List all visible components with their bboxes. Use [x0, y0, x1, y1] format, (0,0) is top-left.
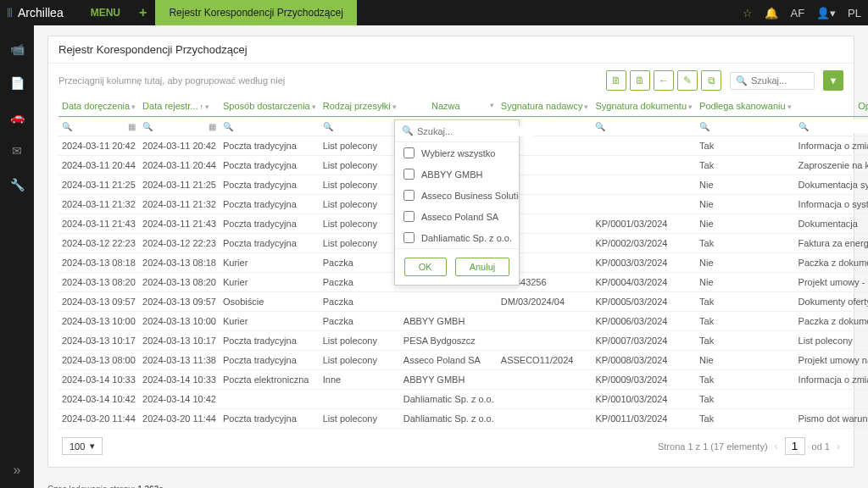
lang-switch[interactable]: PL	[848, 7, 861, 19]
car-icon[interactable]: 🚗	[10, 110, 25, 124]
page-input[interactable]	[785, 437, 805, 455]
user-badge[interactable]: AF	[790, 7, 804, 19]
table-row[interactable]: 2024-03-13 08:002024-03-13 11:38Poczta t…	[58, 351, 868, 370]
search-icon: 🔍	[62, 122, 72, 131]
filter-scan[interactable]	[713, 119, 792, 133]
menu-button[interactable]: MENU	[81, 7, 131, 19]
user-icon[interactable]: 👤▾	[816, 7, 836, 19]
checkbox[interactable]	[403, 190, 415, 201]
filter-icon[interactable]: ▾	[392, 103, 397, 111]
global-search[interactable]: 🔍	[730, 72, 815, 90]
table-row[interactable]: 2024-03-13 10:172024-03-13 10:17Poczta t…	[58, 331, 868, 351]
filter-option[interactable]: ABBYY GMBH	[395, 164, 519, 185]
cell: Paczka z dokumentami	[795, 253, 868, 273]
checkbox[interactable]	[403, 232, 415, 243]
cell: 2024-03-11 20:42	[58, 136, 139, 156]
col-delivery-date[interactable]: Data doręczenia▾	[58, 96, 139, 117]
table-row[interactable]: 2024-03-14 10:332024-03-14 10:33Poczta e…	[58, 370, 868, 390]
filter-doc-sig[interactable]	[609, 119, 693, 133]
cell: Poczta tradycyjna	[220, 175, 320, 195]
col-type[interactable]: Rodzaj przesyłki▾	[320, 96, 400, 117]
table-row[interactable]: 2024-03-14 10:422024-03-14 10:42Dahliama…	[58, 390, 868, 409]
filter-icon[interactable]: ▾	[205, 103, 209, 111]
wrench-icon[interactable]: 🔧	[10, 178, 25, 191]
add-button[interactable]: +	[131, 5, 155, 20]
calendar-icon[interactable]: ▦	[209, 122, 216, 131]
col-name[interactable]: Nazwa▾	[400, 96, 498, 117]
video-icon[interactable]: 📹	[10, 42, 25, 56]
filter-toggle[interactable]: ▼	[823, 70, 843, 91]
back-button[interactable]: ←	[654, 70, 674, 91]
filter-option[interactable]: Asseco Business Solutions Sp ...	[395, 185, 519, 206]
copy-button[interactable]: ⧉	[701, 70, 721, 91]
col-scan[interactable]: Podlega skanowaniu▾	[696, 96, 795, 117]
filter-icon[interactable]: ▾	[584, 103, 588, 111]
cell: 2024-03-14 10:42	[139, 390, 220, 409]
cell	[498, 370, 593, 390]
filter-register-date[interactable]	[156, 119, 205, 133]
global-search-input[interactable]	[751, 75, 810, 86]
cell: Asseco Poland SA	[400, 351, 498, 370]
filter-method[interactable]	[236, 119, 316, 133]
cell: 2024-03-20 11:44	[139, 409, 220, 429]
cell: List polecony	[320, 409, 400, 429]
option-label: Wybierz wszystko	[421, 148, 495, 158]
panel-title: Rejestr Korespondencji Przychodzącej	[48, 36, 854, 64]
expand-icon[interactable]: »	[14, 463, 21, 478]
cell: List polecony	[320, 156, 400, 175]
cell: Dahliamatic Sp. z o.o.	[400, 390, 498, 409]
star-icon[interactable]: ☆	[743, 7, 753, 19]
topbar-right: ☆ 🔔 AF 👤▾ PL	[743, 7, 861, 19]
tab-active[interactable]: Rejestr Korespondencji Przychodzącej	[155, 0, 356, 25]
table-row[interactable]: 2024-03-13 10:002024-03-13 10:00KurierPa…	[58, 312, 868, 331]
cell	[498, 409, 593, 429]
checkbox[interactable]	[403, 147, 415, 158]
bell-icon[interactable]: 🔔	[765, 7, 778, 19]
export-xls-button[interactable]: 🗎	[606, 70, 626, 91]
document-icon[interactable]: 📄	[10, 76, 25, 90]
edit-button[interactable]: ✎	[677, 70, 698, 91]
filter-icon[interactable]: ▾	[131, 103, 136, 111]
calendar-icon[interactable]: ▦	[128, 122, 136, 131]
col-sender-sig[interactable]: Sygnatura nadawcy▾	[498, 96, 593, 117]
filter-option[interactable]: Dahliamatic Sp. z o.o.	[395, 227, 519, 248]
export-pdf-button[interactable]: 🗎	[630, 70, 650, 91]
mail-icon[interactable]: ✉	[12, 144, 22, 158]
filter-icon[interactable]: ▾	[688, 103, 693, 111]
cell	[592, 136, 696, 156]
cell: List polecony	[320, 136, 400, 156]
prev-page[interactable]: ‹	[775, 441, 778, 452]
checkbox[interactable]	[403, 169, 415, 180]
cell: Informacja o zmianie wysokości o	[795, 136, 868, 156]
cell: List polecony	[320, 214, 400, 234]
app-name: Archillea	[18, 6, 64, 19]
filter-type[interactable]	[337, 119, 397, 133]
dropdown-search-input[interactable]	[417, 126, 534, 136]
select-all-option[interactable]: Wybierz wszystko	[395, 142, 519, 164]
col-doc-sig[interactable]: Sygnatura dokumentu▾	[592, 96, 696, 117]
cell: Paczka	[320, 312, 400, 331]
filter-desc[interactable]	[812, 119, 868, 133]
table-row[interactable]: 2024-03-20 11:442024-03-20 11:44Poczta t…	[58, 409, 868, 429]
filter-icon[interactable]: ▾	[312, 103, 316, 111]
cell: 2024-03-11 21:43	[58, 214, 139, 234]
cell: Tak	[696, 370, 795, 390]
ok-button[interactable]: OK	[404, 258, 447, 276]
col-method[interactable]: Sposób dostarczenia▾	[220, 96, 320, 117]
cancel-button[interactable]: Anuluj	[455, 258, 510, 276]
filter-delivery-date[interactable]	[75, 119, 125, 133]
cell: Kurier	[220, 273, 320, 292]
col-desc[interactable]: Opis	[795, 96, 868, 117]
filter-icon[interactable]: ▾	[787, 103, 792, 111]
checkbox[interactable]	[403, 211, 415, 222]
table-row[interactable]: 2024-03-13 09:572024-03-13 09:57Osobiści…	[58, 292, 868, 312]
cell: KP/0008/03/2024	[592, 351, 696, 370]
col-register-date[interactable]: Data rejestr...↑▾	[139, 96, 220, 117]
filter-icon[interactable]: ▾	[490, 101, 494, 109]
cell: Nie	[696, 273, 795, 292]
cell: 2024-03-13 09:57	[58, 292, 139, 312]
option-label: Asseco Poland SA	[421, 212, 498, 222]
filter-option[interactable]: Asseco Poland SA	[395, 206, 519, 227]
next-page[interactable]: ›	[837, 441, 840, 452]
page-size-select[interactable]: 100▾	[62, 437, 103, 455]
